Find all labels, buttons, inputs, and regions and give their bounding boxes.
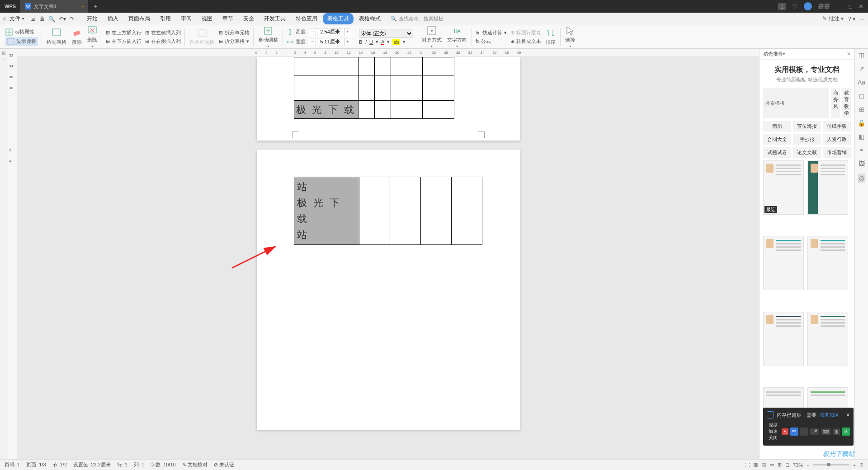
zoom-value[interactable]: 73% bbox=[793, 462, 803, 468]
side-lock-icon[interactable]: 🔒 bbox=[858, 119, 865, 127]
cat-letter[interactable]: 信纸手账 bbox=[823, 121, 851, 132]
close-button[interactable]: ✕ bbox=[859, 3, 863, 10]
status-page-no[interactable]: 页码: 1 bbox=[5, 461, 20, 468]
status-pages[interactable]: 页面: 1/3 bbox=[26, 461, 46, 468]
tab-security[interactable]: 安全 bbox=[239, 13, 259, 24]
delete-button[interactable]: 删除▾ bbox=[85, 26, 100, 48]
comment-button[interactable]: ✎ 批注 ▾ bbox=[822, 15, 844, 23]
vertical-ruler[interactable]: 32 34 36 38 2 4 bbox=[8, 49, 17, 459]
panel-close-icon[interactable]: ✕ bbox=[847, 51, 851, 57]
template-thumb[interactable] bbox=[807, 236, 848, 290]
table-props-button[interactable]: 表格属性 bbox=[5, 28, 38, 36]
ime-lang[interactable]: 中 bbox=[790, 428, 798, 436]
zoom-in-button[interactable]: + bbox=[853, 462, 856, 468]
calc-button[interactable]: 🖩 快速计算 ▾ bbox=[476, 29, 507, 37]
page-2[interactable]: 站 极 光 下 载 站 bbox=[257, 150, 520, 430]
maximize-button[interactable]: □ bbox=[849, 3, 852, 10]
height-minus[interactable]: − bbox=[309, 28, 316, 36]
zoom-out-button[interactable]: − bbox=[807, 462, 809, 468]
tab-reference[interactable]: 引用 bbox=[156, 13, 175, 24]
view-web-icon[interactable]: ⊞ bbox=[778, 462, 782, 468]
tab-tablestyle[interactable]: 表格样式 bbox=[354, 13, 385, 24]
to-text-button[interactable]: ⊞ 转换成文本 bbox=[510, 38, 541, 45]
preview-icon[interactable]: 🔍 bbox=[48, 16, 55, 22]
highlight-button[interactable]: ab bbox=[392, 39, 400, 45]
side-docer-icon[interactable]: ◎ bbox=[858, 174, 865, 183]
height-plus[interactable]: + bbox=[344, 28, 351, 36]
split-table-button[interactable]: ⊞ 拆分表格 ▾ bbox=[219, 38, 250, 45]
save-icon[interactable]: 🖫 bbox=[30, 16, 36, 22]
notif-badge[interactable]: 1 bbox=[778, 3, 786, 10]
cat-hr[interactable]: 人资行政 bbox=[823, 134, 851, 145]
hamburger-icon[interactable]: ≡ bbox=[3, 16, 6, 22]
document-scroll[interactable]: 极 光 下 载 站 极 光 下 载 站 bbox=[17, 57, 759, 459]
tab-devtools[interactable]: 开发工具 bbox=[259, 13, 290, 24]
width-input[interactable] bbox=[317, 38, 343, 46]
height-input[interactable] bbox=[317, 28, 343, 36]
minimize-button[interactable]: — bbox=[836, 3, 842, 10]
insert-col-right[interactable]: ⊞ 在右侧插入列 bbox=[145, 38, 181, 45]
side-prop-icon[interactable]: ⊞ bbox=[859, 106, 864, 113]
tab-tabletools[interactable]: 表格工具 bbox=[323, 13, 354, 24]
font-select[interactable]: 宋体 (正文) bbox=[359, 29, 413, 38]
direction-button[interactable]: IIA文字方向▾ bbox=[444, 26, 470, 48]
tab-special[interactable]: 特色应用 bbox=[291, 13, 322, 24]
add-tab-button[interactable]: + bbox=[88, 3, 103, 10]
view-print-icon[interactable]: ▦ bbox=[753, 462, 758, 468]
ime-accel-icon[interactable]: 速 bbox=[842, 428, 850, 436]
ime-punct[interactable]: 、 bbox=[800, 428, 808, 436]
menu-help-icon[interactable]: ? ▾ bbox=[848, 16, 855, 22]
template-thumb[interactable] bbox=[807, 312, 848, 366]
ime-mic-icon[interactable]: 🎤 bbox=[810, 428, 819, 435]
status-words[interactable]: 字数: 10/10 bbox=[151, 461, 176, 468]
undo-icon[interactable]: ↶▾ bbox=[59, 16, 66, 22]
cat-thesis[interactable]: 论文文献 bbox=[793, 147, 821, 158]
underline-button[interactable]: U bbox=[369, 39, 373, 45]
ime-s-icon[interactable]: S bbox=[782, 428, 788, 435]
fit-icon[interactable]: ⊙ bbox=[859, 462, 863, 468]
width-minus[interactable]: − bbox=[309, 38, 316, 46]
select-button[interactable]: 选择▾ bbox=[562, 26, 578, 48]
table-1[interactable]: 极 光 下 载 bbox=[294, 57, 454, 119]
fullscreen-icon[interactable]: ⛶ bbox=[745, 462, 750, 468]
side-templates-icon[interactable]: ◫ bbox=[859, 52, 864, 59]
template-thumb[interactable] bbox=[763, 236, 804, 290]
file-menu[interactable]: 文件 ▾ bbox=[6, 15, 28, 23]
font-color-button[interactable]: A bbox=[381, 39, 384, 45]
ime-kbd-icon[interactable]: ⌨ bbox=[821, 428, 831, 435]
tab-view[interactable]: 视图 bbox=[197, 13, 217, 24]
italic-button[interactable]: I bbox=[365, 39, 367, 45]
status-spellcheck[interactable]: ✎ 文档校对 bbox=[182, 461, 208, 468]
ime-grid-icon[interactable]: ⊞ bbox=[833, 428, 840, 435]
insert-col-left[interactable]: ⊞ 在左侧插入列 bbox=[145, 29, 181, 37]
tab-layout[interactable]: 页面布局 bbox=[124, 13, 155, 24]
sort-button[interactable]: 排序 bbox=[543, 28, 558, 46]
autofit-button[interactable]: 自动调整▾ bbox=[255, 26, 281, 48]
help-icon[interactable]: ♡ bbox=[792, 3, 797, 10]
cat-resume[interactable]: 简历 bbox=[763, 121, 791, 132]
view-read-icon[interactable]: ▤ bbox=[761, 462, 766, 468]
table-2[interactable]: 站 极 光 下 载 站 bbox=[294, 177, 482, 245]
nav-chevron-icon[interactable]: ‹ bbox=[3, 57, 5, 61]
template-thumb[interactable] bbox=[763, 312, 804, 366]
template-search[interactable] bbox=[763, 88, 829, 118]
side-chain-icon[interactable]: ⚭ bbox=[859, 146, 864, 154]
nav-outline-icon[interactable]: ▤ bbox=[2, 51, 6, 55]
zoom-slider[interactable] bbox=[813, 464, 849, 465]
cat-marketing[interactable]: 市场营销 bbox=[823, 147, 851, 158]
template-thumb[interactable] bbox=[807, 160, 848, 215]
align-button[interactable]: 对齐方式▾ bbox=[419, 26, 444, 48]
bold-button[interactable]: B bbox=[359, 39, 363, 45]
user-avatar[interactable] bbox=[804, 2, 812, 10]
cat-exam[interactable]: 试题试卷 bbox=[763, 147, 791, 158]
tab-education[interactable]: 教育教学 bbox=[842, 88, 851, 118]
view-focus-icon[interactable]: ◻ bbox=[785, 462, 789, 468]
print-icon[interactable]: 🖶 bbox=[39, 16, 45, 22]
notif-close-icon[interactable]: ✕ bbox=[846, 412, 850, 418]
side-image-icon[interactable]: 🖼 bbox=[859, 160, 865, 167]
redo-icon[interactable]: ↷ bbox=[70, 16, 74, 22]
horizontal-ruler[interactable]: 642246810121416182022242628303234363840 bbox=[17, 49, 759, 57]
side-cursor-icon[interactable]: ↗ bbox=[859, 65, 864, 72]
table2-cell-selected[interactable]: 站 极 光 下 载 站 bbox=[294, 177, 359, 245]
split-cell-button[interactable]: ⊞ 拆分单元格 bbox=[219, 29, 250, 37]
